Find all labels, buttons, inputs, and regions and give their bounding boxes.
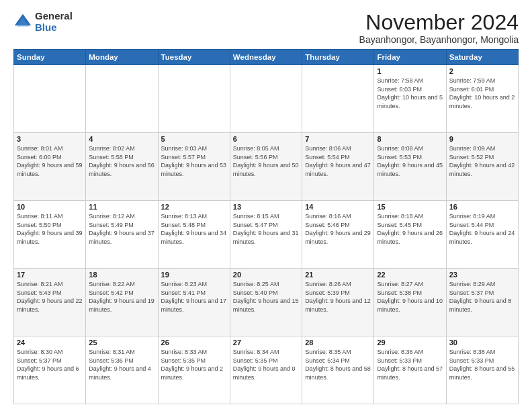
day-info: Sunrise: 8:06 AM Sunset: 5:54 PM Dayligh… (305, 144, 371, 178)
calendar-cell: 23Sunrise: 8:29 AM Sunset: 5:37 PM Dayli… (446, 269, 518, 336)
day-number: 22 (377, 271, 443, 279)
header-monday: Monday (86, 50, 158, 65)
calendar-cell: 28Sunrise: 8:35 AM Sunset: 5:34 PM Dayli… (302, 336, 374, 404)
day-info: Sunrise: 8:13 AM Sunset: 5:48 PM Dayligh… (161, 212, 227, 246)
day-info: Sunrise: 8:31 AM Sunset: 5:36 PM Dayligh… (89, 348, 154, 381)
day-number: 15 (377, 203, 443, 211)
location-subtitle: Bayanhongor, Bayanhongor, Mongolia (359, 34, 519, 45)
calendar-cell: 3Sunrise: 8:01 AM Sunset: 6:00 PM Daylig… (14, 133, 86, 201)
day-number: 1 (377, 67, 443, 75)
day-number: 5 (161, 135, 227, 143)
calendar-cell: 22Sunrise: 8:27 AM Sunset: 5:38 PM Dayli… (374, 269, 446, 336)
day-number: 24 (17, 338, 83, 347)
day-number: 11 (89, 203, 154, 211)
calendar-cell: 4Sunrise: 8:02 AM Sunset: 5:58 PM Daylig… (86, 133, 158, 201)
day-info: Sunrise: 8:22 AM Sunset: 5:42 PM Dayligh… (89, 280, 154, 314)
week-row-3: 17Sunrise: 8:21 AM Sunset: 5:43 PM Dayli… (14, 269, 519, 336)
day-info: Sunrise: 8:05 AM Sunset: 5:56 PM Dayligh… (233, 144, 299, 178)
logo-general-text: General (35, 11, 73, 22)
title-section: November 2024 Bayanhongor, Bayanhongor, … (359, 11, 519, 45)
calendar-cell: 14Sunrise: 8:16 AM Sunset: 5:46 PM Dayli… (302, 201, 374, 269)
calendar-cell: 10Sunrise: 8:11 AM Sunset: 5:50 PM Dayli… (14, 201, 86, 269)
calendar-cell: 17Sunrise: 8:21 AM Sunset: 5:43 PM Dayli… (14, 269, 86, 336)
day-info: Sunrise: 8:19 AM Sunset: 5:44 PM Dayligh… (449, 212, 515, 246)
header-wednesday: Wednesday (230, 50, 302, 65)
day-number: 2 (449, 67, 515, 75)
day-number: 25 (89, 338, 154, 347)
logo-blue-text: Blue (35, 22, 73, 34)
logo-icon (13, 13, 32, 32)
day-number: 29 (377, 338, 443, 347)
calendar-cell: 15Sunrise: 8:18 AM Sunset: 5:45 PM Dayli… (374, 201, 446, 269)
day-info: Sunrise: 8:12 AM Sunset: 5:49 PM Dayligh… (89, 212, 154, 246)
calendar-cell (14, 65, 86, 133)
day-info: Sunrise: 8:02 AM Sunset: 5:58 PM Dayligh… (89, 144, 154, 178)
month-title: November 2024 (359, 11, 519, 34)
calendar-cell (302, 65, 374, 133)
calendar-cell: 1Sunrise: 7:58 AM Sunset: 6:03 PM Daylig… (374, 65, 446, 133)
header-sunday: Sunday (14, 50, 86, 65)
day-number: 28 (305, 338, 371, 347)
day-number: 9 (449, 135, 515, 143)
calendar-cell (158, 65, 230, 133)
day-number: 30 (449, 338, 515, 347)
calendar-cell: 16Sunrise: 8:19 AM Sunset: 5:44 PM Dayli… (446, 201, 518, 269)
day-number: 27 (233, 338, 299, 347)
calendar-cell (230, 65, 302, 133)
calendar-cell: 19Sunrise: 8:23 AM Sunset: 5:41 PM Dayli… (158, 269, 230, 336)
day-number: 14 (305, 203, 371, 211)
calendar-cell: 5Sunrise: 8:03 AM Sunset: 5:57 PM Daylig… (158, 133, 230, 201)
calendar-cell: 21Sunrise: 8:26 AM Sunset: 5:39 PM Dayli… (302, 269, 374, 336)
logo-text: General Blue (35, 11, 73, 33)
day-info: Sunrise: 8:18 AM Sunset: 5:45 PM Dayligh… (377, 212, 443, 246)
day-number: 26 (161, 338, 227, 347)
day-number: 7 (305, 135, 371, 143)
day-number: 12 (161, 203, 227, 211)
day-number: 18 (89, 271, 154, 279)
day-number: 3 (17, 135, 83, 143)
day-info: Sunrise: 8:11 AM Sunset: 5:50 PM Dayligh… (17, 212, 83, 246)
day-info: Sunrise: 8:25 AM Sunset: 5:40 PM Dayligh… (233, 280, 299, 314)
calendar-cell: 26Sunrise: 8:33 AM Sunset: 5:35 PM Dayli… (158, 336, 230, 404)
week-row-0: 1Sunrise: 7:58 AM Sunset: 6:03 PM Daylig… (14, 65, 519, 133)
day-info: Sunrise: 8:01 AM Sunset: 6:00 PM Dayligh… (17, 144, 83, 178)
week-row-4: 24Sunrise: 8:30 AM Sunset: 5:37 PM Dayli… (14, 336, 519, 404)
day-number: 8 (377, 135, 443, 143)
calendar-cell: 27Sunrise: 8:34 AM Sunset: 5:35 PM Dayli… (230, 336, 302, 404)
calendar-cell: 7Sunrise: 8:06 AM Sunset: 5:54 PM Daylig… (302, 133, 374, 201)
header-thursday: Thursday (302, 50, 374, 65)
day-info: Sunrise: 8:35 AM Sunset: 5:34 PM Dayligh… (305, 348, 371, 381)
day-info: Sunrise: 8:33 AM Sunset: 5:35 PM Dayligh… (161, 348, 227, 381)
day-number: 4 (89, 135, 154, 143)
header-saturday: Saturday (446, 50, 518, 65)
calendar-cell (86, 65, 158, 133)
calendar-cell: 11Sunrise: 8:12 AM Sunset: 5:49 PM Dayli… (86, 201, 158, 269)
day-number: 6 (233, 135, 299, 143)
calendar-cell: 20Sunrise: 8:25 AM Sunset: 5:40 PM Dayli… (230, 269, 302, 336)
day-info: Sunrise: 8:36 AM Sunset: 5:33 PM Dayligh… (377, 348, 443, 381)
day-info: Sunrise: 8:29 AM Sunset: 5:37 PM Dayligh… (449, 280, 515, 314)
logo: General Blue (13, 11, 73, 33)
calendar-cell: 2Sunrise: 7:59 AM Sunset: 6:01 PM Daylig… (446, 65, 518, 133)
day-info: Sunrise: 8:15 AM Sunset: 5:47 PM Dayligh… (233, 212, 299, 246)
calendar-table: Sunday Monday Tuesday Wednesday Thursday… (13, 49, 519, 404)
calendar-cell: 9Sunrise: 8:09 AM Sunset: 5:52 PM Daylig… (446, 133, 518, 201)
day-info: Sunrise: 8:08 AM Sunset: 5:53 PM Dayligh… (377, 144, 443, 178)
top-section: General Blue November 2024 Bayanhongor, … (13, 11, 519, 45)
calendar-cell: 29Sunrise: 8:36 AM Sunset: 5:33 PM Dayli… (374, 336, 446, 404)
page: General Blue November 2024 Bayanhongor, … (0, 0, 532, 411)
day-number: 21 (305, 271, 371, 279)
calendar-cell: 25Sunrise: 8:31 AM Sunset: 5:36 PM Dayli… (86, 336, 158, 404)
week-row-2: 10Sunrise: 8:11 AM Sunset: 5:50 PM Dayli… (14, 201, 519, 269)
header-tuesday: Tuesday (158, 50, 230, 65)
header-friday: Friday (374, 50, 446, 65)
calendar-cell: 13Sunrise: 8:15 AM Sunset: 5:47 PM Dayli… (230, 201, 302, 269)
day-info: Sunrise: 8:26 AM Sunset: 5:39 PM Dayligh… (305, 280, 371, 314)
day-info: Sunrise: 8:38 AM Sunset: 5:33 PM Dayligh… (449, 348, 515, 381)
day-info: Sunrise: 8:23 AM Sunset: 5:41 PM Dayligh… (161, 280, 227, 314)
week-row-1: 3Sunrise: 8:01 AM Sunset: 6:00 PM Daylig… (14, 133, 519, 201)
day-number: 20 (233, 271, 299, 279)
day-number: 19 (161, 271, 227, 279)
day-info: Sunrise: 8:09 AM Sunset: 5:52 PM Dayligh… (449, 144, 515, 178)
day-info: Sunrise: 8:34 AM Sunset: 5:35 PM Dayligh… (233, 348, 299, 381)
